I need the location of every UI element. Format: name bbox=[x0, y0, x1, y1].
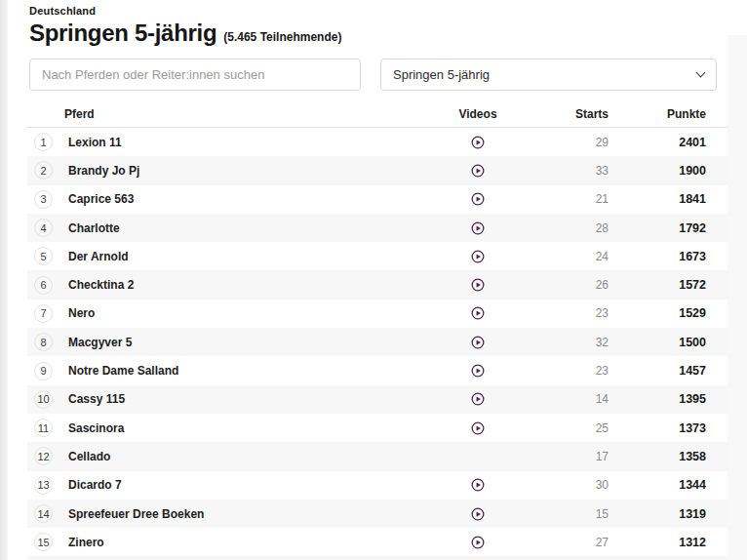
table-row[interactable]: 12Cellado171358 bbox=[27, 442, 727, 470]
videos-cell bbox=[419, 421, 536, 435]
starts-value: 15 bbox=[536, 507, 609, 521]
starts-value: 14 bbox=[536, 392, 609, 406]
table-row[interactable]: 6Checktina 2261572 bbox=[27, 270, 727, 299]
play-circle-icon bbox=[471, 536, 485, 549]
play-circle-icon bbox=[471, 421, 485, 435]
table-row[interactable]: 1Lexion 11292401 bbox=[27, 128, 727, 156]
starts-value: 21 bbox=[536, 192, 609, 206]
rank-badge: 8 bbox=[34, 333, 53, 351]
play-circle-icon bbox=[471, 221, 485, 235]
video-play-button[interactable] bbox=[471, 478, 485, 492]
rank-badge: 7 bbox=[34, 304, 53, 323]
points-value: 1457 bbox=[609, 364, 706, 378]
video-play-button[interactable] bbox=[471, 336, 485, 349]
horse-name: Sascinora bbox=[64, 421, 419, 435]
videos-cell bbox=[419, 136, 536, 149]
horse-name: Cellado bbox=[64, 450, 419, 463]
points-value: 1841 bbox=[609, 192, 706, 206]
rank-badge: 3 bbox=[34, 190, 53, 209]
table-row[interactable]: 3Caprice 563211841 bbox=[27, 185, 727, 214]
table-row[interactable]: 2Brandy Jo Pj331900 bbox=[27, 156, 727, 184]
controls-row: Springen 5-jährig bbox=[27, 59, 727, 91]
page-title-row: Springen 5-jährig (5.465 Teilnehmende) bbox=[29, 20, 727, 47]
video-play-button[interactable] bbox=[471, 136, 485, 149]
video-play-button[interactable] bbox=[471, 278, 485, 292]
points-value: 1572 bbox=[609, 278, 706, 292]
page-right-gutter bbox=[727, 35, 747, 560]
points-value: 1358 bbox=[609, 450, 706, 463]
page-title: Springen 5-jährig bbox=[29, 20, 216, 47]
video-play-button[interactable] bbox=[471, 192, 485, 206]
table-row[interactable]: 8Macgyver 5321500 bbox=[27, 328, 727, 356]
table-row[interactable]: 5Der Arnold241673 bbox=[27, 242, 727, 270]
table-row[interactable]: 11Sascinora251373 bbox=[27, 414, 727, 442]
table-row[interactable]: 13Dicardo 7301344 bbox=[27, 471, 727, 500]
horse-name: Checktina 2 bbox=[64, 278, 419, 292]
video-play-button[interactable] bbox=[471, 164, 485, 178]
search-input[interactable] bbox=[29, 59, 361, 91]
horse-name: Brandy Jo Pj bbox=[64, 164, 419, 178]
table-header-row: Pferd Videos Starts Punkte bbox=[27, 101, 727, 128]
horse-name: Caprice 563 bbox=[64, 192, 419, 206]
starts-value: 17 bbox=[536, 450, 609, 463]
table-body: 1Lexion 112924012Brandy Jo Pj3319003Capr… bbox=[27, 128, 727, 556]
table-header-points: Punkte bbox=[609, 107, 706, 121]
play-circle-icon bbox=[471, 192, 485, 206]
starts-value: 26 bbox=[536, 278, 609, 292]
table-header-starts: Starts bbox=[536, 107, 609, 121]
video-play-button[interactable] bbox=[471, 364, 485, 378]
table-row[interactable]: 15Zinero271312 bbox=[27, 528, 727, 556]
table-row[interactable]: 14Spreefeuer Dree Boeken151319 bbox=[27, 500, 727, 528]
starts-value: 23 bbox=[536, 364, 609, 378]
points-value: 1312 bbox=[609, 536, 706, 549]
table-row[interactable]: 9Notre Dame Salland231457 bbox=[27, 356, 727, 384]
videos-cell bbox=[419, 192, 536, 206]
videos-cell bbox=[419, 392, 536, 406]
play-circle-icon bbox=[471, 364, 485, 378]
horse-name: Macgyver 5 bbox=[64, 336, 419, 349]
video-play-button[interactable] bbox=[471, 392, 485, 406]
videos-cell bbox=[419, 164, 536, 178]
play-circle-icon bbox=[471, 136, 485, 149]
video-play-button[interactable] bbox=[471, 306, 485, 320]
rank-badge: 5 bbox=[34, 247, 53, 265]
play-circle-icon bbox=[471, 392, 485, 406]
points-value: 1900 bbox=[609, 164, 706, 178]
discipline-select[interactable]: Springen 5-jährig bbox=[380, 59, 717, 91]
table-row[interactable]: 4Charlotte281792 bbox=[27, 214, 727, 242]
table-row[interactable]: 7Nero231529 bbox=[27, 300, 727, 328]
video-play-button[interactable] bbox=[471, 221, 485, 235]
ranking-table: Pferd Videos Starts Punkte 1Lexion 11292… bbox=[27, 101, 727, 560]
starts-value: 32 bbox=[536, 336, 609, 349]
videos-cell bbox=[419, 536, 536, 549]
points-value: 1373 bbox=[609, 421, 706, 435]
points-value: 1344 bbox=[609, 478, 706, 492]
starts-value: 29 bbox=[536, 136, 609, 149]
starts-value: 24 bbox=[536, 250, 609, 263]
videos-cell bbox=[419, 250, 536, 263]
page-left-gutter bbox=[0, 0, 8, 560]
points-value: 1319 bbox=[609, 507, 706, 521]
videos-cell bbox=[419, 336, 536, 349]
starts-value: 30 bbox=[536, 478, 609, 492]
table-row[interactable]: 10Cassy 115141395 bbox=[27, 385, 727, 414]
starts-value: 28 bbox=[536, 221, 609, 235]
videos-cell bbox=[419, 507, 536, 521]
points-value: 1792 bbox=[609, 221, 706, 235]
participants-count: (5.465 Teilnehmende) bbox=[223, 30, 341, 44]
rank-badge: 2 bbox=[34, 161, 53, 180]
rank-badge: 9 bbox=[34, 362, 53, 380]
rank-badge: 1 bbox=[34, 133, 53, 151]
rank-badge: 12 bbox=[34, 447, 53, 465]
table-header-horse: Pferd bbox=[64, 107, 419, 121]
starts-value: 33 bbox=[536, 164, 609, 178]
starts-value: 25 bbox=[536, 421, 609, 435]
videos-cell bbox=[419, 221, 536, 235]
video-play-button[interactable] bbox=[471, 250, 485, 263]
video-play-button[interactable] bbox=[471, 421, 485, 435]
video-play-button[interactable] bbox=[471, 507, 485, 521]
points-value: 1529 bbox=[609, 306, 706, 320]
rank-badge: 13 bbox=[34, 476, 53, 495]
play-circle-icon bbox=[471, 164, 485, 178]
video-play-button[interactable] bbox=[471, 536, 485, 549]
